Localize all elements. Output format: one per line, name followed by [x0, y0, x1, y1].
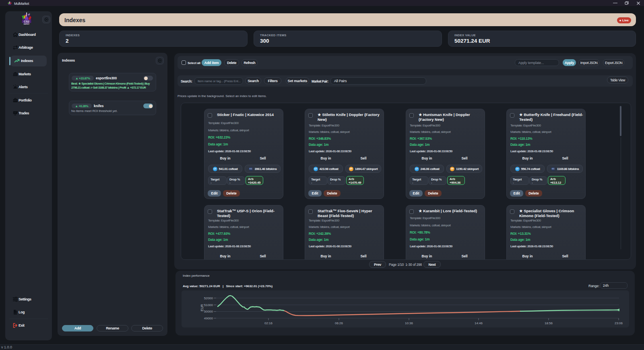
svg-text:LOG: LOG: [14, 313, 17, 314]
svg-text:MARKET: MARKET: [24, 23, 30, 25]
svg-text:52000: 52000: [204, 296, 213, 300]
svg-text:51000: 51000: [204, 303, 213, 307]
svg-text:50000: 50000: [204, 310, 213, 313]
svg-text:23:06: 23:06: [615, 321, 623, 325]
svg-text:18:56: 18:56: [545, 321, 553, 325]
svg-text:CS2: CS2: [24, 20, 29, 23]
svg-text:EUR: EUR: [200, 304, 204, 311]
svg-text:49000: 49000: [204, 317, 213, 320]
svg-text:14:46: 14:46: [475, 321, 483, 325]
svg-text:10:36: 10:36: [405, 321, 413, 325]
svg-text:02:16: 02:16: [264, 321, 273, 325]
svg-text:06:26: 06:26: [335, 321, 343, 325]
